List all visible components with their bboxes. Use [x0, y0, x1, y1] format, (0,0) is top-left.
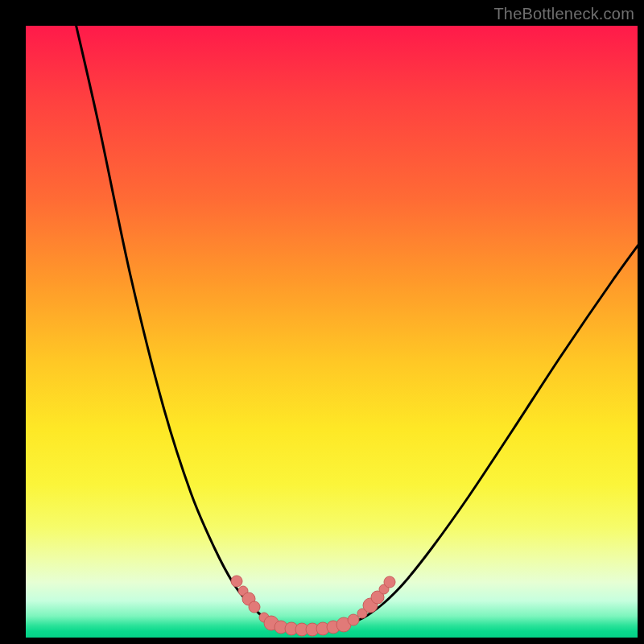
curve-marker	[384, 576, 395, 588]
chart-frame: TheBottleneck.com	[0, 0, 644, 644]
curve-path	[72, 26, 638, 628]
plot-area	[26, 26, 638, 638]
watermark-text: TheBottleneck.com	[493, 5, 634, 23]
curve-marker	[348, 614, 359, 625]
curve-marker	[249, 601, 260, 613]
curve-marker	[231, 576, 242, 587]
bottleneck-curve	[26, 26, 638, 638]
curve-markers	[231, 576, 395, 636]
